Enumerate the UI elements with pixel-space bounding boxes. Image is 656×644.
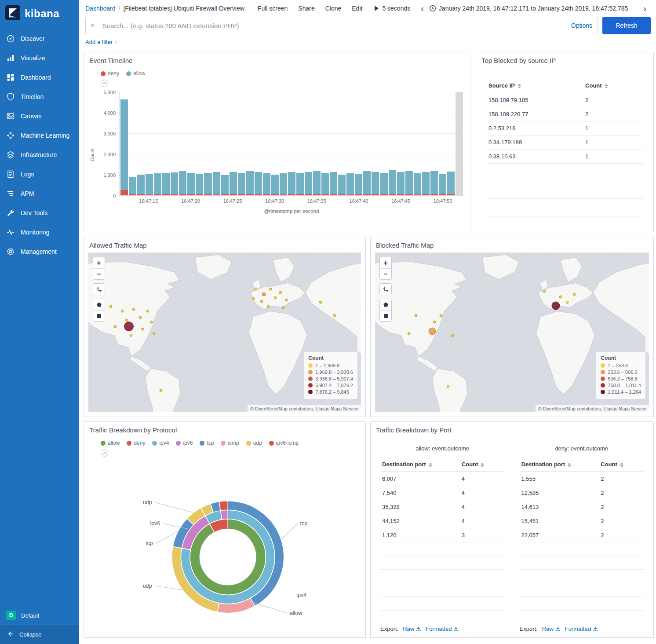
map-point-marker[interactable] bbox=[333, 314, 336, 317]
collapse-button[interactable]: Collapse bbox=[0, 625, 79, 644]
timeline-bar[interactable] bbox=[330, 172, 337, 195]
kibana-logo[interactable]: kibana bbox=[0, 0, 79, 29]
timeline-bar[interactable] bbox=[263, 173, 270, 195]
zoom-in-button[interactable]: + bbox=[93, 257, 105, 268]
timeline-bar[interactable] bbox=[179, 171, 186, 195]
map-point-marker[interactable] bbox=[146, 310, 149, 313]
sidebar-item-logs[interactable]: Logs bbox=[0, 165, 79, 184]
time-next-icon[interactable]: › bbox=[640, 4, 650, 13]
map-point-marker[interactable] bbox=[139, 316, 142, 319]
timeline-bar[interactable] bbox=[313, 171, 321, 195]
timeline-bar[interactable] bbox=[162, 173, 170, 195]
map-point-marker[interactable] bbox=[267, 305, 270, 308]
column-header[interactable]: Count bbox=[460, 457, 505, 472]
menu-edit[interactable]: Edit bbox=[352, 5, 362, 12]
sidebar-item-canvas[interactable]: Canvas bbox=[0, 106, 79, 126]
sunburst-segment-ipv6[interactable] bbox=[220, 510, 228, 520]
timeline-bar[interactable] bbox=[296, 173, 304, 195]
timeline-bar[interactable] bbox=[338, 175, 346, 195]
zoom-out-button[interactable]: − bbox=[380, 268, 391, 279]
map-point-marker[interactable] bbox=[408, 332, 411, 335]
legend-item-allow[interactable]: allow bbox=[101, 440, 120, 446]
sunburst-segment-allow[interactable] bbox=[190, 519, 266, 595]
timeline-bar[interactable] bbox=[422, 172, 430, 195]
sidebar-item-dashboard[interactable]: Dashboard bbox=[0, 68, 79, 87]
polygon-select-button[interactable] bbox=[380, 299, 391, 310]
blocked-map[interactable]: + − Count 1 – 253.6253.6 – 506.2506.2 – … bbox=[375, 252, 649, 412]
column-header[interactable]: Destination port bbox=[380, 457, 460, 472]
map-point-marker[interactable] bbox=[114, 325, 117, 328]
rectangle-select-button[interactable] bbox=[380, 310, 391, 321]
legend-item-allow[interactable]: allow bbox=[126, 70, 145, 77]
menu-clone[interactable]: Clone bbox=[325, 5, 342, 12]
sort-icon[interactable] bbox=[568, 463, 571, 467]
sidebar-item-machine-learning[interactable]: Machine Learning bbox=[0, 126, 79, 145]
map-point-marker[interactable] bbox=[262, 293, 266, 296]
timeline-bar[interactable] bbox=[171, 172, 178, 195]
protocol-sunburst-chart[interactable]: udpipv6tcpudptcpipv4allow bbox=[84, 457, 365, 637]
legend-item-ipv4[interactable]: ipv4 bbox=[152, 440, 169, 446]
legend-item-ipv6[interactable]: ipv6 bbox=[176, 440, 193, 446]
timeline-bar[interactable] bbox=[430, 171, 438, 195]
sidebar-item-visualize[interactable]: Visualize bbox=[0, 48, 79, 68]
export-raw-link[interactable]: Raw bbox=[542, 626, 561, 632]
legend-item-deny[interactable]: deny bbox=[101, 70, 119, 77]
timeline-bar[interactable] bbox=[213, 172, 220, 195]
polygon-select-button[interactable] bbox=[93, 299, 105, 310]
sidebar-item-monitoring[interactable]: Monitoring bbox=[0, 223, 79, 242]
map-point-marker[interactable] bbox=[273, 296, 277, 300]
allowed-map[interactable]: + − Count 1 – 1,969.81,969.8 – 3,938.63,… bbox=[88, 252, 361, 412]
timeline-bar[interactable] bbox=[355, 174, 362, 195]
sort-icon[interactable] bbox=[429, 463, 432, 467]
timeline-bar[interactable] bbox=[305, 172, 312, 195]
column-header[interactable]: Count bbox=[599, 457, 644, 472]
map-point-marker[interactable] bbox=[120, 310, 124, 313]
play-icon[interactable] bbox=[375, 6, 379, 11]
map-point-marker[interactable] bbox=[282, 306, 285, 309]
timeline-bar[interactable] bbox=[346, 173, 354, 195]
column-header[interactable]: Count bbox=[583, 78, 643, 93]
timeline-bar[interactable] bbox=[439, 174, 446, 195]
export-formatted-link[interactable]: Formatted bbox=[565, 626, 598, 632]
map-point-marker[interactable] bbox=[566, 301, 569, 304]
add-filter-link[interactable]: Add a filter + bbox=[85, 39, 117, 45]
timeline-bar[interactable] bbox=[196, 174, 203, 195]
timeline-bar[interactable] bbox=[380, 173, 387, 195]
timeline-bar[interactable] bbox=[280, 173, 287, 195]
map-point-marker[interactable] bbox=[109, 305, 112, 308]
timeline-bar[interactable] bbox=[154, 173, 161, 195]
column-header[interactable]: Destination port bbox=[520, 457, 599, 472]
timeline-bar[interactable] bbox=[288, 172, 295, 195]
legend-item-ipv6-icmp[interactable]: ipv6-icmp bbox=[269, 440, 299, 446]
map-point-marker[interactable] bbox=[260, 300, 263, 303]
export-formatted-link[interactable]: Formatted bbox=[426, 626, 459, 632]
timeline-bar[interactable] bbox=[120, 99, 128, 195]
timeline-bar[interactable] bbox=[187, 173, 195, 195]
sort-icon[interactable] bbox=[518, 84, 521, 88]
map-point-marker[interactable] bbox=[153, 332, 156, 335]
map-point-marker[interactable] bbox=[451, 334, 454, 337]
sort-icon[interactable] bbox=[620, 463, 623, 467]
timeline-bar[interactable] bbox=[405, 171, 413, 195]
timeline-bar[interactable] bbox=[372, 172, 379, 195]
timeline-bar[interactable] bbox=[129, 177, 136, 195]
map-point-marker[interactable] bbox=[130, 334, 133, 337]
timeline-bar[interactable] bbox=[230, 172, 237, 195]
timeline-bar[interactable] bbox=[255, 172, 262, 195]
map-point-marker[interactable] bbox=[446, 384, 449, 388]
timeline-bar[interactable] bbox=[246, 171, 254, 195]
map-point-marker[interactable] bbox=[124, 322, 134, 331]
refresh-button[interactable]: Refresh bbox=[602, 17, 651, 34]
timeline-bar[interactable] bbox=[137, 175, 145, 195]
breadcrumb-dashboard[interactable]: Dashboard bbox=[85, 5, 116, 12]
export-raw-link[interactable]: Raw bbox=[403, 626, 421, 632]
options-link[interactable]: Options bbox=[571, 22, 592, 29]
map-point-marker[interactable] bbox=[414, 314, 417, 317]
sidebar-item-dev-tools[interactable]: Dev Tools bbox=[0, 203, 79, 223]
timeline-bar[interactable] bbox=[204, 173, 211, 195]
crop-tool-button[interactable] bbox=[380, 284, 391, 295]
sort-icon[interactable] bbox=[481, 463, 484, 467]
sunburst-segment-ipv6-icmp[interactable] bbox=[219, 501, 228, 511]
timeline-bar[interactable] bbox=[363, 171, 371, 195]
timeline-bar[interactable] bbox=[146, 174, 153, 195]
